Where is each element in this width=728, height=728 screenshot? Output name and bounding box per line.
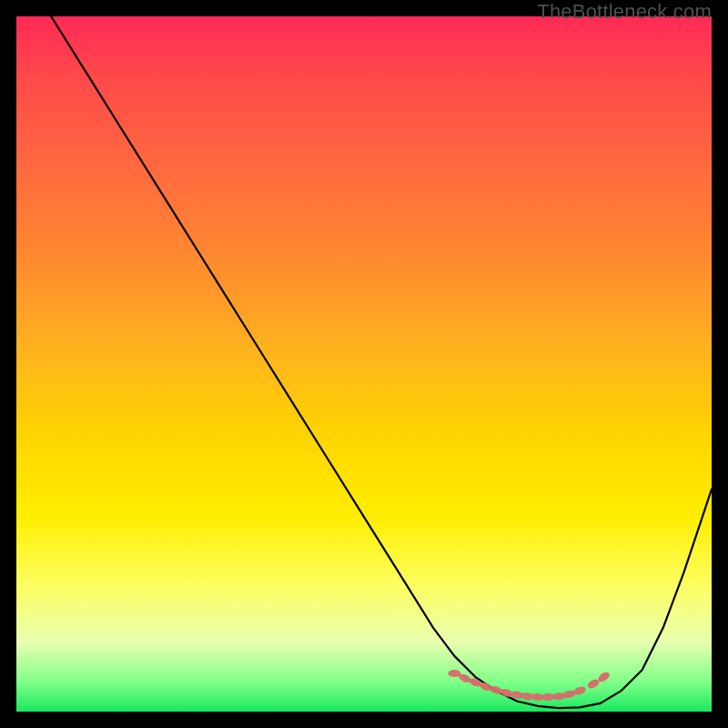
svg-point-0	[448, 670, 460, 677]
attribution-text: TheBottleneck.com	[537, 0, 712, 24]
chart-frame: TheBottleneck.com	[0, 0, 728, 728]
plot-area	[16, 16, 712, 712]
curve-line	[51, 16, 712, 708]
chart-svg	[16, 16, 712, 712]
